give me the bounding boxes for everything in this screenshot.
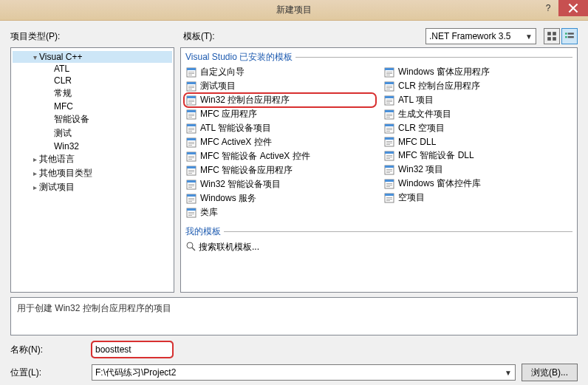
svg-rect-46: [188, 171, 194, 172]
template-item[interactable]: MFC 智能设备 DLL: [382, 149, 574, 163]
name-label: 名称(N):: [10, 344, 86, 356]
template-item[interactable]: Windows 窗体控件库: [382, 177, 574, 191]
svg-rect-14: [187, 82, 196, 84]
svg-rect-9: [187, 68, 196, 70]
template-icon: [383, 136, 395, 148]
svg-rect-37: [188, 145, 192, 146]
tree-item[interactable]: Win32: [13, 140, 172, 152]
svg-rect-26: [188, 115, 194, 116]
template-item[interactable]: Win32 控制台应用程序: [184, 93, 376, 107]
template-item[interactable]: Windows 服务: [184, 191, 376, 205]
tree-item[interactable]: ATL: [13, 63, 172, 75]
template-icon: [185, 67, 197, 78]
chevron-down-icon: ▼: [505, 369, 512, 377]
template-item[interactable]: 生成文件项目: [382, 107, 574, 121]
svg-rect-34: [187, 138, 196, 140]
search-online-templates[interactable]: 搜索联机模板...: [181, 239, 577, 255]
templates-col-left: 自定义向导测试项目Win32 控制台应用程序MFC 应用程序ATL 智能设备项目…: [181, 65, 379, 222]
tree-item[interactable]: 测试: [13, 126, 172, 140]
template-icon: [185, 151, 197, 163]
svg-rect-10: [188, 72, 194, 72]
svg-rect-52: [188, 187, 192, 188]
template-item[interactable]: CLR 空项目: [382, 121, 574, 135]
template-item[interactable]: MFC 智能设备应用程序: [184, 163, 376, 177]
top-labels-row: 项目类型(P): 模板(T): .NET Framework 3.5 ▼: [0, 21, 588, 47]
tree-item[interactable]: ▸其他项目类型: [13, 166, 172, 180]
browse-button[interactable]: 浏览(B)...: [522, 364, 578, 381]
svg-rect-72: [386, 89, 390, 89]
template-item[interactable]: MFC 智能设备 ActiveX 控件: [184, 149, 376, 163]
template-item-label: MFC 智能设备 DLL: [398, 149, 474, 162]
template-item-label: 测试项目: [200, 80, 236, 92]
svg-rect-61: [188, 214, 194, 214]
my-templates-header: 我的模板: [181, 222, 577, 239]
divider: [224, 231, 572, 232]
tree-item[interactable]: MFC: [13, 100, 172, 112]
svg-line-114: [192, 248, 195, 251]
svg-rect-41: [188, 157, 194, 158]
template-item[interactable]: CLR 控制台应用程序: [382, 79, 574, 93]
window-title: 新建项目: [276, 4, 312, 16]
location-input[interactable]: F:\代码练习\Project2 ▼: [92, 364, 516, 381]
template-item[interactable]: Win32 项目: [382, 163, 574, 177]
svg-rect-35: [188, 142, 194, 143]
svg-rect-17: [188, 89, 192, 89]
tree-item[interactable]: ▸其他语言: [13, 152, 172, 166]
template-item-label: ATL 项目: [398, 94, 434, 106]
template-item[interactable]: ATL 智能设备项目: [184, 121, 376, 135]
template-icon: [185, 109, 197, 120]
svg-rect-24: [187, 110, 196, 112]
svg-rect-49: [187, 180, 196, 183]
template-item[interactable]: 自定义向导: [184, 65, 376, 79]
template-icon: [383, 81, 395, 92]
svg-rect-2: [547, 37, 551, 41]
view-small-icons-button[interactable]: [561, 28, 578, 44]
tree-item[interactable]: 常规: [13, 86, 172, 100]
template-item[interactable]: MFC ActiveX 控件: [184, 135, 376, 149]
template-icon: [383, 67, 395, 78]
template-item[interactable]: Windows 窗体应用程序: [382, 65, 574, 79]
template-item[interactable]: MFC 应用程序: [184, 107, 376, 121]
tree-item[interactable]: CLR: [13, 75, 172, 86]
svg-rect-39: [187, 152, 196, 154]
svg-rect-0: [547, 32, 551, 35]
tree-item[interactable]: ▸测试项目: [13, 180, 172, 194]
svg-rect-60: [188, 212, 194, 213]
svg-rect-87: [386, 131, 390, 132]
project-types-tree[interactable]: ▾Visual C++ATLCLR常规MFC智能设备测试Win32▸其他语言▸其…: [10, 47, 174, 293]
name-input[interactable]: boosttest: [92, 341, 173, 358]
window-buttons: ?: [538, 0, 588, 16]
location-label: 位置(L):: [10, 367, 86, 379]
template-item[interactable]: 空项目: [382, 191, 574, 205]
svg-rect-82: [386, 117, 390, 117]
help-button[interactable]: ?: [538, 0, 558, 16]
tree-item-label: CLR: [54, 75, 72, 86]
installed-templates-label: Visual Studio 已安装的模板: [185, 51, 293, 64]
templates-col-right: Windows 窗体应用程序CLR 控制台应用程序ATL 项目生成文件项目CLR…: [379, 65, 577, 222]
svg-rect-40: [188, 156, 194, 157]
tree-item[interactable]: 智能设备: [13, 112, 172, 126]
divider: [295, 57, 572, 58]
svg-rect-91: [386, 143, 392, 143]
view-large-icons-button[interactable]: [544, 28, 560, 44]
svg-rect-79: [385, 110, 394, 112]
tree-item-label: 其他项目类型: [39, 167, 92, 180]
svg-rect-7: [568, 36, 574, 38]
chevron-down-icon: ▼: [525, 33, 533, 41]
template-item[interactable]: ATL 项目: [382, 93, 574, 107]
template-item[interactable]: 测试项目: [184, 79, 376, 93]
large-icons-icon: [547, 31, 557, 41]
tree-item-label: 其他语言: [39, 153, 75, 166]
template-item[interactable]: MFC DLL: [382, 135, 574, 149]
close-button[interactable]: [558, 0, 588, 16]
template-item-label: MFC 智能设备应用程序: [200, 164, 293, 177]
framework-select[interactable]: .NET Framework 3.5 ▼: [425, 28, 536, 44]
tree-item[interactable]: ▾Visual C++: [13, 51, 172, 63]
svg-rect-4: [565, 33, 567, 34]
template-item[interactable]: Win32 智能设备项目: [184, 177, 376, 191]
tree-item-label: ATL: [54, 64, 69, 74]
template-item[interactable]: 类库: [184, 205, 376, 219]
svg-rect-66: [386, 73, 392, 74]
svg-rect-90: [386, 141, 392, 142]
svg-rect-107: [386, 186, 390, 187]
